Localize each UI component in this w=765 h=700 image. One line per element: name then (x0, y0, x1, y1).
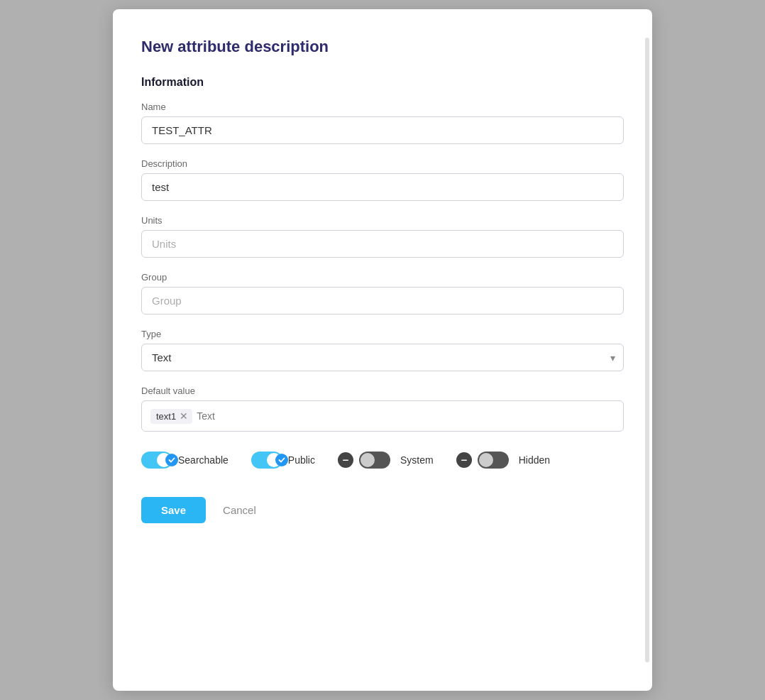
save-button[interactable]: Save (141, 497, 206, 523)
searchable-toggle-item: Searchable (141, 452, 229, 469)
buttons-row: Save Cancel (141, 497, 624, 523)
description-label: Description (141, 158, 624, 169)
public-toggle-item: Public (251, 452, 315, 469)
units-input[interactable] (141, 230, 624, 258)
description-field-group: Description (141, 158, 624, 201)
tag-remove-button[interactable]: ✕ (180, 411, 188, 421)
modal-container: New attribute description Information Na… (113, 9, 652, 691)
name-field-group: Name (141, 102, 624, 144)
section-title: Information (141, 76, 624, 89)
public-toggle-group (251, 452, 282, 469)
units-label: Units (141, 215, 624, 226)
searchable-toggle-group (141, 452, 172, 469)
hidden-toggle-group (456, 452, 509, 469)
svg-rect-1 (461, 460, 467, 461)
modal-title: New attribute description (141, 38, 624, 56)
hidden-toggle-item: Hidden (456, 452, 550, 469)
public-label: Public (288, 454, 315, 466)
units-field-group: Units (141, 215, 624, 258)
group-input[interactable] (141, 287, 624, 315)
tag-text: text1 (156, 411, 176, 422)
searchable-check-icon (165, 454, 178, 466)
public-check-icon (275, 454, 288, 466)
system-toggle-item: System (338, 452, 434, 469)
default-value-tag: text1 ✕ (150, 409, 192, 424)
type-field-group: Type Text Number Boolean Date ▾ (141, 329, 624, 371)
system-minus-icon (338, 452, 353, 468)
svg-rect-0 (343, 460, 348, 461)
type-select[interactable]: Text Number Boolean Date (141, 344, 624, 371)
group-field-group: Group (141, 272, 624, 315)
description-input[interactable] (141, 173, 624, 201)
type-label: Type (141, 329, 624, 339)
system-toggle-group (338, 452, 390, 469)
default-value-input[interactable] (197, 410, 615, 422)
cancel-button[interactable]: Cancel (217, 497, 262, 523)
hidden-toggle[interactable] (478, 452, 509, 469)
hidden-minus-icon (456, 452, 472, 468)
toggles-row: Searchable Public (141, 452, 624, 469)
default-value-label: Default value (141, 385, 624, 396)
name-input[interactable] (141, 116, 624, 144)
name-label: Name (141, 102, 624, 112)
system-toggle[interactable] (359, 452, 390, 469)
default-value-field-group: Default value text1 ✕ (141, 385, 624, 432)
hidden-label: Hidden (519, 454, 550, 466)
type-select-wrapper: Text Number Boolean Date ▾ (141, 344, 624, 371)
searchable-label: Searchable (178, 454, 229, 466)
group-label: Group (141, 272, 624, 283)
system-label: System (400, 454, 434, 466)
default-value-box[interactable]: text1 ✕ (141, 400, 624, 432)
